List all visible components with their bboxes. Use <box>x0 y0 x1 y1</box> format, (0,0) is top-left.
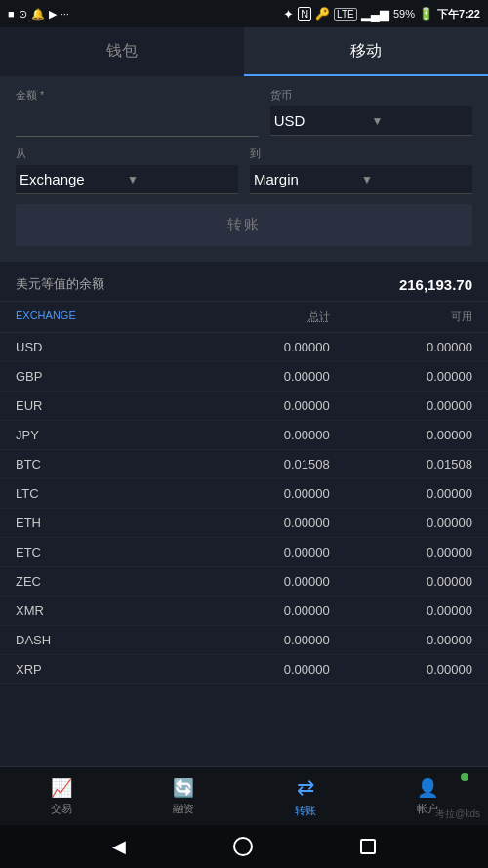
row-currency-xmr: XMR <box>16 603 187 618</box>
col-header-name: EXCHANGE <box>16 310 187 324</box>
row-currency-dash: DASH <box>16 633 187 647</box>
balance-label: 美元等值的余额 <box>16 275 104 293</box>
to-group: 到 Margin ▼ <box>250 146 472 194</box>
row-available-ltc: 0.00000 <box>330 486 472 501</box>
row-total-ltc: 0.00000 <box>187 486 330 501</box>
nav-transfer[interactable]: ⇄ 转账 <box>244 767 366 825</box>
signal-icon: LTE <box>334 8 357 21</box>
nav-trade-label: 交易 <box>51 802 72 816</box>
table-row: ETH 0.00000 0.00000 <box>0 509 488 538</box>
top-tabs: 钱包 移动 <box>0 27 488 76</box>
row-currency-zec: ZEC <box>16 574 187 589</box>
row-currency-eth: ETH <box>16 516 187 530</box>
col-header-available: 可用 <box>330 310 472 324</box>
nav-transfer-label: 转账 <box>295 804 316 818</box>
row-total-eth: 0.00000 <box>187 516 330 530</box>
more-icon: ··· <box>61 8 69 20</box>
transfer-btn-row: 转账 <box>16 204 472 246</box>
key-icon: 🔑 <box>315 7 330 21</box>
row-total-xmr: 0.00000 <box>187 603 330 618</box>
row-available-btc: 0.01508 <box>330 457 472 472</box>
row-total-usd: 0.00000 <box>187 340 330 354</box>
trade-icon: 📈 <box>51 777 72 799</box>
time-display: 下午7:22 <box>437 7 480 21</box>
table-row: ZEC 0.00000 0.00000 <box>0 567 488 597</box>
play-icon: ▶ <box>49 8 57 21</box>
table-header: EXCHANGE 总计 可用 <box>0 302 488 333</box>
table-rows: USD 0.00000 0.00000 GBP 0.00000 0.00000 … <box>0 333 488 684</box>
row-currency-jpy: JPY <box>16 428 187 442</box>
from-value: Exchange <box>20 171 127 187</box>
table-row: XMR 0.00000 0.00000 <box>0 597 488 626</box>
nav-funding-label: 融资 <box>173 802 194 816</box>
row-available-eur: 0.00000 <box>330 398 472 413</box>
currency-chevron-icon: ▼ <box>371 114 468 128</box>
amount-label: 金额 * <box>16 88 259 103</box>
account-online-dot <box>461 773 468 781</box>
row-available-etc: 0.00000 <box>330 545 472 559</box>
table-row: XRP 0.00000 0.00000 <box>0 655 488 684</box>
row-available-dash: 0.00000 <box>330 633 472 647</box>
account-icon: 👤 <box>417 777 438 799</box>
to-value: Margin <box>254 171 361 187</box>
amount-group: 金额 * <box>16 88 259 137</box>
currency-value: USD <box>274 112 372 129</box>
bluetooth-icon: ✦ <box>283 7 294 21</box>
row-currency-eur: EUR <box>16 398 187 413</box>
col-header-total: 总计 <box>187 310 330 324</box>
recents-button[interactable] <box>360 839 376 854</box>
row-available-xrp: 0.00000 <box>330 662 472 677</box>
table-row: ETC 0.00000 0.00000 <box>0 538 488 567</box>
row-total-etc: 0.00000 <box>187 545 330 559</box>
status-bar: ■ ⊙ 🔔 ▶ ··· ✦ N 🔑 LTE ▂▄▆ 59% 🔋 下午7:22 <box>0 0 488 27</box>
row-currency-etc: ETC <box>16 545 187 559</box>
row-available-zec: 0.00000 <box>330 574 472 589</box>
transfer-button[interactable]: 转账 <box>16 204 472 246</box>
row-available-jpy: 0.00000 <box>330 428 472 442</box>
from-chevron-icon: ▼ <box>127 173 234 186</box>
row-currency-ltc: LTC <box>16 486 187 501</box>
table-row: LTC 0.00000 0.00000 <box>0 479 488 509</box>
row-total-eur: 0.00000 <box>187 398 330 413</box>
from-to-row: 从 Exchange ▼ 到 Margin ▼ <box>16 146 472 194</box>
battery-icon: 🔋 <box>419 7 433 21</box>
nav-trade[interactable]: 📈 交易 <box>0 767 122 825</box>
home-button[interactable] <box>233 837 253 856</box>
amount-input[interactable] <box>16 106 259 137</box>
transfer-icon: ⇄ <box>297 775 314 801</box>
table-row: DASH 0.00000 0.00000 <box>0 626 488 655</box>
tab-wallet[interactable]: 钱包 <box>0 27 244 76</box>
tab-mobile[interactable]: 移动 <box>244 27 488 76</box>
currency-select[interactable]: USD ▼ <box>270 106 472 136</box>
row-available-xmr: 0.00000 <box>330 603 472 618</box>
tab-mobile-label: 移动 <box>350 41 382 62</box>
row-currency-btc: BTC <box>16 457 187 472</box>
table-row: EUR 0.00000 0.00000 <box>0 392 488 421</box>
nav-funding[interactable]: 🔄 融资 <box>122 767 244 825</box>
table-row: GBP 0.00000 0.00000 <box>0 362 488 392</box>
system-nav-bar: ◀ <box>0 825 488 868</box>
notification-icon: 🔔 <box>31 8 45 21</box>
app-icon-2: ⊙ <box>19 8 27 21</box>
row-available-gbp: 0.00000 <box>330 369 472 384</box>
amount-currency-row: 金额 * 货币 USD ▼ <box>16 88 472 137</box>
currency-label: 货币 <box>270 88 472 103</box>
status-right: ✦ N 🔑 LTE ▂▄▆ 59% 🔋 下午7:22 <box>283 7 480 21</box>
table-row: USD 0.00000 0.00000 <box>0 333 488 362</box>
balance-value: 216,193.70 <box>399 276 472 293</box>
row-available-usd: 0.00000 <box>330 340 472 354</box>
from-select[interactable]: Exchange ▼ <box>16 165 238 194</box>
to-select[interactable]: Margin ▼ <box>250 165 472 194</box>
currency-group: 货币 USD ▼ <box>270 88 472 137</box>
from-group: 从 Exchange ▼ <box>16 146 238 194</box>
row-total-gbp: 0.00000 <box>187 369 330 384</box>
bottom-nav: 📈 交易 🔄 融资 ⇄ 转账 👤 帐户 <box>0 766 488 825</box>
balance-section: 美元等值的余额 216,193.70 <box>0 262 488 302</box>
to-chevron-icon: ▼ <box>361 173 468 186</box>
row-total-dash: 0.00000 <box>187 633 330 647</box>
status-left: ■ ⊙ 🔔 ▶ ··· <box>8 8 69 21</box>
watermark: 考拉@kds <box>435 807 480 821</box>
row-currency-usd: USD <box>16 340 187 354</box>
back-button[interactable]: ◀ <box>112 836 126 857</box>
row-total-xrp: 0.00000 <box>187 662 330 677</box>
